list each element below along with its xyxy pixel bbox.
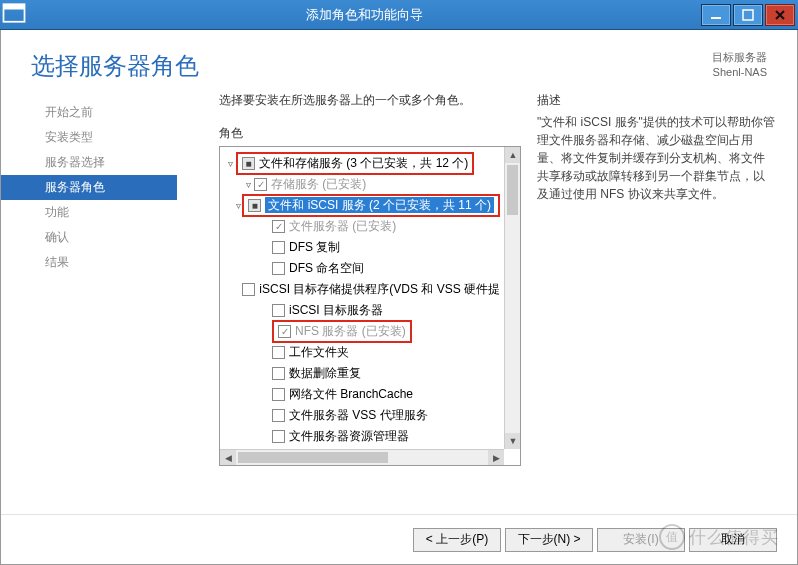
wizard-body: 选择服务器角色 目标服务器 Shenl-NAS 开始之前安装类型服务器选择服务器… [0, 30, 798, 565]
tree-scroll[interactable]: ▿■文件和存储服务 (3 个已安装，共 12 个)▿存储服务 (已安装)▿■文件… [220, 147, 504, 449]
scroll-thumb-v[interactable] [507, 165, 518, 215]
tree-checkbox[interactable] [272, 367, 285, 380]
tree-label: 网络文件 BranchCache [289, 386, 413, 403]
scroll-down-icon[interactable]: ▼ [505, 433, 521, 449]
svg-rect-2 [711, 17, 721, 19]
scroll-thumb-h[interactable] [238, 452, 388, 463]
tree-label: iSCSI 目标存储提供程序(VDS 和 VSS 硬件提 [259, 281, 500, 298]
maximize-button[interactable] [733, 4, 763, 26]
tree-label: 数据删除重复 [289, 365, 361, 382]
tree-checkbox[interactable] [272, 262, 285, 275]
highlight-annotation: ■文件和存储服务 (3 个已安装，共 12 个) [236, 152, 474, 175]
tree-label: NFS 服务器 (已安装) [295, 323, 406, 340]
scroll-right-icon[interactable]: ▶ [488, 450, 504, 466]
tree-checkbox[interactable] [272, 430, 285, 443]
tree-row[interactable]: ▿■文件和存储服务 (3 个已安装，共 12 个) [224, 153, 500, 174]
page-title: 选择服务器角色 [31, 50, 199, 82]
highlight-annotation: NFS 服务器 (已安装) [272, 320, 412, 343]
prev-button[interactable]: < 上一步(P) [413, 528, 501, 552]
window-icon [0, 0, 28, 30]
target-info: 目标服务器 Shenl-NAS [712, 50, 767, 81]
tree-label: DFS 复制 [289, 239, 340, 256]
tree-checkbox[interactable] [272, 388, 285, 401]
tree-label: 文件服务器 VSS 代理服务 [289, 407, 428, 424]
description-label: 描述 [537, 92, 775, 109]
tree-label: iSCSI 目标服务器 [289, 302, 383, 319]
highlight-annotation: ■文件和 iSCSI 服务 (2 个已安装，共 11 个) [242, 194, 500, 217]
close-button[interactable] [765, 4, 795, 26]
tree-checkbox[interactable] [272, 409, 285, 422]
tree-row[interactable]: 文件服务器资源管理器 [224, 426, 500, 447]
tree-row[interactable]: 网络文件 BranchCache [224, 384, 500, 405]
tree-toggle-icon[interactable]: ▿ [235, 200, 242, 211]
tree-label: 工作文件夹 [289, 344, 349, 361]
target-value: Shenl-NAS [712, 65, 767, 80]
tree-label: DFS 命名空间 [289, 260, 364, 277]
tree-row[interactable]: 文件服务器 (已安装) [224, 216, 500, 237]
tree-label: 文件服务器资源管理器 [289, 428, 409, 445]
tree-checkbox[interactable] [272, 304, 285, 317]
tree-checkbox[interactable]: ■ [242, 157, 255, 170]
sidebar-step-6[interactable]: 结果 [45, 250, 191, 275]
target-label: 目标服务器 [712, 50, 767, 65]
install-button: 安装(I) [597, 528, 685, 552]
tree-row[interactable]: 数据删除重复 [224, 363, 500, 384]
sidebar-step-0[interactable]: 开始之前 [45, 100, 191, 125]
tree-checkbox[interactable] [242, 283, 255, 296]
tree-row[interactable]: ▿■文件和 iSCSI 服务 (2 个已安装，共 11 个) [224, 195, 500, 216]
tree-checkbox [272, 220, 285, 233]
tree-row[interactable]: 文件服务器 VSS 代理服务 [224, 405, 500, 426]
description-text: "文件和 iSCSI 服务"提供的技术可以帮助你管理文件服务器和存储、减少磁盘空… [537, 113, 775, 203]
tree-row[interactable]: ▿存储服务 (已安装) [224, 174, 500, 195]
minimize-button[interactable] [701, 4, 731, 26]
tree-checkbox[interactable] [272, 346, 285, 359]
tree-checkbox [278, 325, 291, 338]
sidebar-step-3: 服务器角色 [1, 175, 177, 200]
tree-row[interactable]: iSCSI 目标存储提供程序(VDS 和 VSS 硬件提 [224, 279, 500, 300]
horizontal-scrollbar[interactable]: ◀ ▶ [220, 449, 504, 465]
sidebar-step-2[interactable]: 服务器选择 [45, 150, 191, 175]
wizard-sidebar: 开始之前安装类型服务器选择服务器角色功能确认结果 [1, 92, 191, 487]
vertical-scrollbar[interactable]: ▲ ▼ [504, 147, 520, 449]
scroll-left-icon[interactable]: ◀ [220, 450, 236, 466]
tree-label: 文件和 iSCSI 服务 (2 个已安装，共 11 个) [265, 197, 494, 214]
tree-row[interactable]: DFS 命名空间 [224, 258, 500, 279]
sidebar-step-4[interactable]: 功能 [45, 200, 191, 225]
tree-row[interactable]: NFS 服务器 (已安装) [224, 321, 500, 342]
roles-tree: ▿■文件和存储服务 (3 个已安装，共 12 个)▿存储服务 (已安装)▿■文件… [219, 146, 521, 466]
svg-rect-3 [743, 10, 753, 20]
window-title: 添加角色和功能向导 [28, 6, 700, 24]
cancel-button[interactable]: 取消 [689, 528, 777, 552]
scroll-up-icon[interactable]: ▲ [505, 147, 521, 163]
tree-toggle-icon[interactable]: ▿ [224, 158, 236, 169]
tree-row[interactable]: iSCSI 目标服务器 [224, 300, 500, 321]
tree-row[interactable]: 工作文件夹 [224, 342, 500, 363]
sidebar-step-5[interactable]: 确认 [45, 225, 191, 250]
instruction-text: 选择要安装在所选服务器上的一个或多个角色。 [219, 92, 521, 109]
tree-label: 存储服务 (已安装) [271, 176, 366, 193]
svg-rect-1 [4, 4, 25, 9]
tree-checkbox[interactable] [272, 241, 285, 254]
tree-row[interactable]: DFS 复制 [224, 237, 500, 258]
tree-checkbox [254, 178, 267, 191]
roles-label: 角色 [219, 125, 521, 142]
tree-checkbox[interactable]: ■ [248, 199, 261, 212]
tree-toggle-icon[interactable]: ▿ [242, 179, 254, 190]
tree-label: 文件和存储服务 (3 个已安装，共 12 个) [259, 155, 468, 172]
wizard-footer: < 上一步(P) 下一步(N) > 安装(I) 取消 [1, 514, 797, 564]
tree-label: 文件服务器 (已安装) [289, 218, 396, 235]
next-button[interactable]: 下一步(N) > [505, 528, 593, 552]
titlebar: 添加角色和功能向导 [0, 0, 798, 30]
sidebar-step-1[interactable]: 安装类型 [45, 125, 191, 150]
